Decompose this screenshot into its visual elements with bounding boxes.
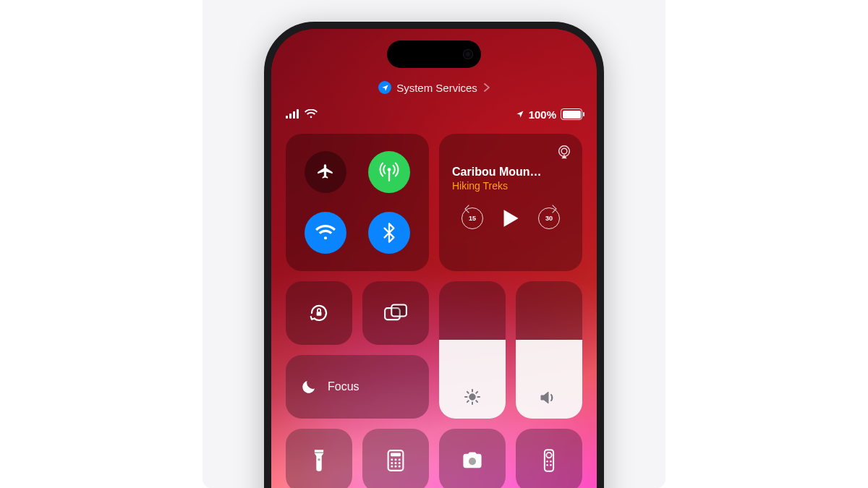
- camera-icon: [461, 451, 484, 470]
- location-services-row[interactable]: System Services: [271, 81, 597, 94]
- calculator-button[interactable]: [362, 429, 429, 488]
- play-button[interactable]: [502, 209, 519, 228]
- apple-tv-remote-button[interactable]: [516, 429, 582, 488]
- airplane-mode-toggle[interactable]: [305, 151, 346, 193]
- svg-point-16: [395, 458, 397, 461]
- orientation-lock-icon: [308, 302, 330, 324]
- svg-point-28: [550, 461, 551, 462]
- svg-point-11: [318, 458, 320, 461]
- svg-rect-9: [391, 305, 407, 317]
- svg-point-27: [546, 461, 548, 462]
- svg-point-23: [399, 466, 401, 468]
- control-center-grid: Caribou Moun… Hiking Treks 15 30: [286, 134, 582, 488]
- skip-forward-button[interactable]: 30: [538, 207, 560, 229]
- brightness-slider[interactable]: [439, 281, 506, 419]
- control-center-screen: System Services: [271, 29, 597, 488]
- now-playing-platter[interactable]: Caribou Moun… Hiking Treks 15 30: [439, 134, 582, 271]
- svg-point-10: [469, 394, 475, 400]
- volume-icon: [540, 390, 558, 406]
- svg-point-30: [550, 464, 551, 466]
- svg-rect-2: [293, 111, 295, 119]
- svg-point-19: [395, 462, 397, 464]
- play-icon: [502, 209, 519, 228]
- skip-back-button[interactable]: 15: [461, 207, 483, 229]
- location-arrow-icon: [378, 81, 391, 94]
- connectivity-platter[interactable]: [286, 134, 429, 271]
- screen-mirroring-button[interactable]: [362, 281, 429, 345]
- wifi-toggle[interactable]: [305, 212, 346, 254]
- svg-point-17: [399, 458, 401, 461]
- wifi-icon: [315, 225, 336, 241]
- remote-icon: [543, 449, 555, 472]
- status-bar: 100%: [286, 107, 582, 121]
- cellular-signal-icon: [286, 108, 300, 121]
- svg-point-15: [391, 458, 393, 461]
- volume-slider[interactable]: [516, 281, 582, 419]
- focus-button[interactable]: Focus: [286, 355, 429, 419]
- battery-percent: 100%: [529, 108, 556, 121]
- airplane-icon: [316, 163, 335, 181]
- orientation-lock-toggle[interactable]: [286, 281, 352, 345]
- calculator-icon: [387, 450, 404, 471]
- svg-rect-12: [315, 452, 323, 453]
- dynamic-island: [387, 40, 481, 68]
- svg-point-20: [399, 462, 401, 464]
- svg-point-18: [391, 462, 393, 464]
- media-track-title: Caribou Moun…: [452, 166, 569, 179]
- location-services-label: System Services: [396, 82, 477, 94]
- bluetooth-icon: [383, 223, 395, 243]
- flashlight-button[interactable]: [286, 429, 352, 488]
- cellular-data-toggle[interactable]: [368, 151, 410, 193]
- location-arrow-status-icon: [516, 108, 524, 121]
- svg-point-6: [561, 148, 567, 154]
- wifi-status-icon: [305, 108, 318, 121]
- antenna-icon: [379, 162, 399, 182]
- moon-icon: [300, 378, 318, 395]
- svg-point-22: [395, 466, 397, 468]
- svg-rect-0: [286, 116, 288, 119]
- chevron-right-icon: [484, 83, 490, 92]
- iphone-frame: System Services: [264, 22, 604, 488]
- svg-rect-7: [317, 312, 322, 316]
- camera-button[interactable]: [439, 429, 506, 488]
- screen-mirroring-icon: [384, 304, 407, 322]
- page-canvas: System Services: [0, 0, 868, 488]
- airplay-icon[interactable]: [556, 144, 572, 160]
- battery-icon: [561, 108, 582, 120]
- svg-point-21: [391, 466, 393, 468]
- flashlight-icon: [312, 449, 326, 472]
- svg-point-26: [546, 453, 551, 458]
- focus-label: Focus: [328, 380, 359, 393]
- svg-rect-14: [391, 453, 401, 457]
- media-source-label: Hiking Treks: [452, 180, 569, 192]
- brightness-icon: [464, 388, 481, 406]
- svg-point-24: [469, 458, 476, 465]
- svg-point-29: [546, 464, 548, 466]
- svg-rect-3: [297, 109, 299, 119]
- product-panel: System Services: [203, 0, 665, 488]
- svg-rect-1: [289, 114, 292, 119]
- bluetooth-toggle[interactable]: [368, 212, 410, 254]
